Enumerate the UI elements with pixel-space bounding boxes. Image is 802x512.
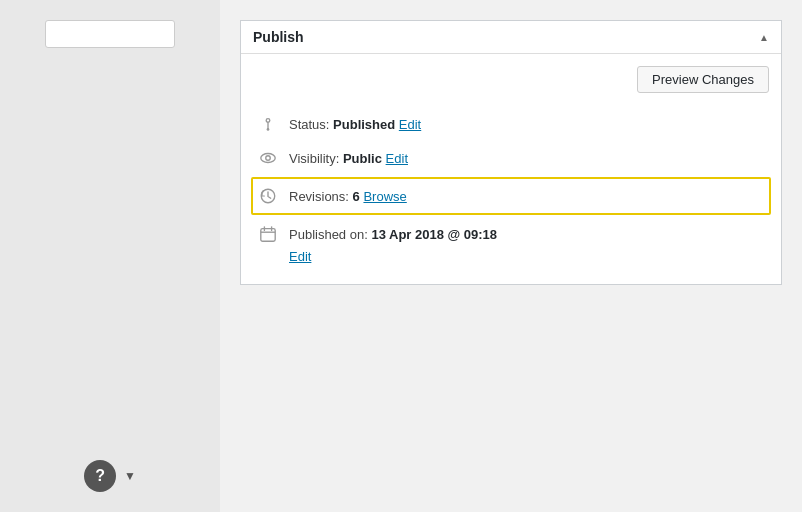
- preview-btn-row: Preview Changes: [253, 66, 769, 93]
- left-panel-input[interactable]: [45, 20, 175, 48]
- visibility-label: Visibility:: [289, 151, 343, 166]
- revisions-row: Revisions: 6 Browse: [251, 177, 771, 215]
- calendar-icon: [257, 225, 279, 243]
- svg-point-3: [261, 154, 275, 163]
- publish-body: Preview Changes Status: Published Edit: [241, 54, 781, 284]
- visibility-edit-link[interactable]: Edit: [386, 151, 408, 166]
- publish-box: Publish ▲ Preview Changes Status: Publis…: [240, 20, 782, 285]
- dropdown-arrow-icon[interactable]: ▼: [124, 469, 136, 483]
- visibility-value: Public: [343, 151, 382, 166]
- revisions-icon: [257, 187, 279, 205]
- status-row: Status: Published Edit: [253, 107, 769, 141]
- revisions-text: Revisions: 6 Browse: [289, 189, 407, 204]
- revisions-label: Revisions:: [289, 189, 353, 204]
- published-on-row: Published on: 13 Apr 2018 @ 09:18: [257, 221, 765, 247]
- visibility-icon: [257, 149, 279, 167]
- main-panel: Publish ▲ Preview Changes Status: Publis…: [220, 0, 802, 512]
- left-panel: ? ▼: [0, 0, 220, 512]
- published-on-section: Published on: 13 Apr 2018 @ 09:18 Edit: [253, 217, 769, 268]
- publish-header: Publish ▲: [241, 21, 781, 54]
- published-on-text: Published on: 13 Apr 2018 @ 09:18: [289, 227, 497, 242]
- status-label: Status:: [289, 117, 333, 132]
- preview-changes-button[interactable]: Preview Changes: [637, 66, 769, 93]
- published-on-edit-link[interactable]: Edit: [289, 249, 311, 264]
- publish-title: Publish: [253, 29, 304, 45]
- status-text: Status: Published Edit: [289, 117, 421, 132]
- published-on-value: 13 Apr 2018 @ 09:18: [371, 227, 497, 242]
- svg-point-0: [266, 119, 270, 123]
- status-icon: [257, 115, 279, 133]
- visibility-row: Visibility: Public Edit: [253, 141, 769, 175]
- revisions-browse-link[interactable]: Browse: [363, 189, 406, 204]
- status-edit-link[interactable]: Edit: [399, 117, 421, 132]
- published-on-edit-row: Edit: [257, 249, 765, 264]
- left-panel-bottom: ? ▼: [84, 460, 136, 492]
- svg-point-4: [266, 156, 271, 161]
- svg-rect-6: [261, 229, 275, 242]
- help-button[interactable]: ?: [84, 460, 116, 492]
- svg-point-2: [267, 128, 270, 131]
- published-on-label: Published on:: [289, 227, 371, 242]
- revisions-value: 6: [353, 189, 360, 204]
- visibility-text: Visibility: Public Edit: [289, 151, 408, 166]
- status-value: Published: [333, 117, 395, 132]
- collapse-icon[interactable]: ▲: [759, 32, 769, 43]
